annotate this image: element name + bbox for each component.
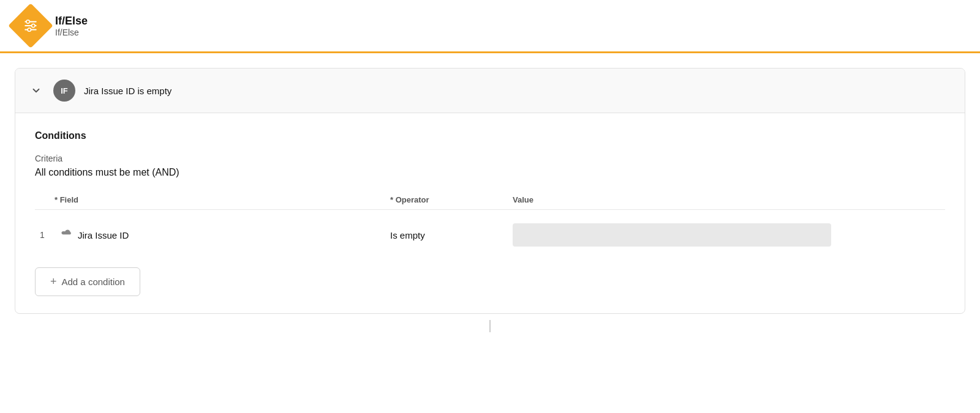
salesforce-icon xyxy=(59,228,73,242)
page-header: If/Else If/Else xyxy=(0,0,980,51)
if-else-icon xyxy=(8,3,53,48)
header-title: If/Else xyxy=(55,15,88,28)
card-header: IF Jira Issue ID is empty xyxy=(15,69,965,113)
field-column-header: * Field xyxy=(35,195,390,204)
footer-area xyxy=(15,314,965,332)
value-column-header: Value xyxy=(513,195,945,204)
table-headers: * Field * Operator Value xyxy=(35,195,945,210)
if-badge: IF xyxy=(53,80,75,102)
value-cell xyxy=(513,223,945,247)
operator-column-header: * Operator xyxy=(390,195,513,204)
main-content: IF Jira Issue ID is empty Conditions Cri… xyxy=(0,53,980,347)
card-header-label: Jira Issue ID is empty xyxy=(84,86,172,96)
card-body: Conditions Criteria All conditions must … xyxy=(15,113,965,313)
criteria-label: Criteria xyxy=(35,154,945,163)
add-condition-button[interactable]: + Add a condition xyxy=(35,267,140,296)
value-input[interactable] xyxy=(513,223,831,247)
svg-point-3 xyxy=(26,20,29,23)
add-condition-label: Add a condition xyxy=(62,277,125,287)
condition-card: IF Jira Issue ID is empty Conditions Cri… xyxy=(15,68,965,314)
field-name: Jira Issue ID xyxy=(78,230,129,240)
criteria-value: All conditions must be met (AND) xyxy=(35,167,945,178)
header-text-group: If/Else If/Else xyxy=(55,15,88,37)
svg-point-4 xyxy=(32,24,35,27)
table-row: 1 Jira Issue ID Is empty xyxy=(35,217,945,253)
plus-icon: + xyxy=(50,275,57,288)
field-cell: 1 Jira Issue ID xyxy=(35,228,390,242)
conditions-table: * Field * Operator Value 1 xyxy=(35,195,945,253)
conditions-title: Conditions xyxy=(35,130,945,141)
collapse-chevron[interactable] xyxy=(28,82,45,99)
operator-cell: Is empty xyxy=(390,230,513,240)
svg-point-5 xyxy=(28,28,31,31)
bottom-divider-line xyxy=(489,320,491,332)
header-subtitle: If/Else xyxy=(55,28,88,37)
row-number: 1 xyxy=(40,230,55,240)
